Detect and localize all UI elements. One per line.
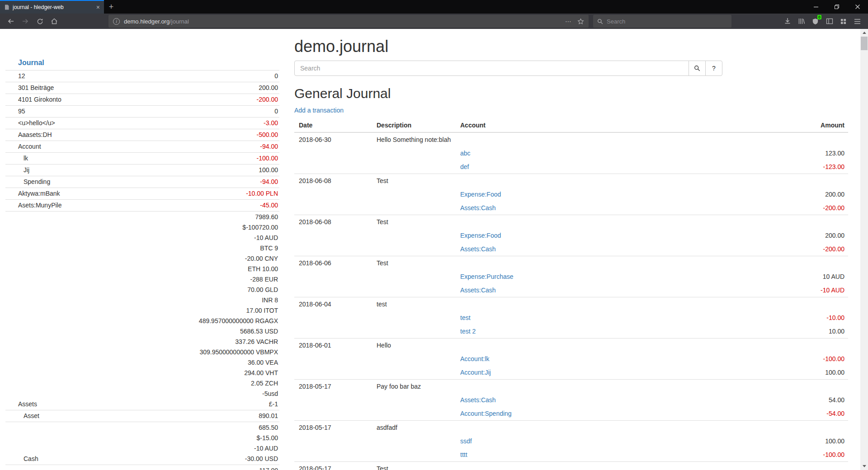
scrollbar-thumb[interactable]	[861, 37, 868, 50]
txn-date: 2018-05-17	[294, 421, 372, 435]
sidebar-balance-cell: 685.50$-15.00-10 AUD-30.00 USD	[118, 422, 279, 465]
balance-amount: -45.00	[118, 200, 278, 211]
sidebar-account-row: Aaasets:DH -500.00	[5, 129, 279, 141]
search-help-button[interactable]: ?	[705, 61, 722, 76]
browser-search-bar[interactable]	[593, 15, 731, 28]
sidebar-account-name[interactable]: Asset	[5, 410, 118, 422]
sidebar-account-name[interactable]: 301 Beiträge	[5, 82, 118, 94]
sidebar-account-name[interactable]: 95	[5, 106, 118, 118]
back-icon[interactable]	[4, 14, 18, 28]
sidebar-account-name[interactable]: <u>hello</u>	[5, 118, 118, 129]
transaction-row[interactable]: 2018-06-08 Test	[294, 215, 848, 229]
new-tab-button[interactable]: +	[104, 0, 118, 14]
balance-amount: -3.00	[118, 118, 278, 128]
posting-account-link[interactable]: tttt	[460, 451, 467, 458]
balance-amount: BTC 9	[118, 243, 278, 254]
sidebar-account-name[interactable]: 4101 Girokonto	[5, 94, 118, 106]
transaction-row[interactable]: 2018-05-17 asdfadf	[294, 421, 848, 435]
page-scrollbar[interactable]	[860, 29, 868, 470]
posting-account-link[interactable]: Account:Jij	[460, 369, 491, 376]
transaction-row[interactable]: 2018-06-04 test	[294, 297, 848, 311]
journal-search-input[interactable]	[294, 61, 689, 76]
browser-search-input[interactable]	[607, 18, 727, 25]
balance-amount: $-15.00	[118, 433, 278, 443]
browser-titlebar: journal - hledger-web × +	[0, 0, 868, 14]
txn-date: 2018-06-30	[294, 132, 372, 146]
window-close-button[interactable]	[847, 0, 868, 14]
bookmark-star-icon[interactable]	[577, 18, 584, 25]
sidebar-account-name[interactable]: Account	[5, 141, 118, 153]
sidebar-account-row: 95 0	[5, 106, 279, 118]
transaction-row[interactable]: 2018-06-06 Test	[294, 256, 848, 270]
extension-badge: 0	[817, 15, 821, 19]
sidebar-account-name[interactable]	[5, 465, 118, 470]
posting-row: tttt -100.00	[294, 448, 848, 462]
posting-row: Assets:Cash 54.00	[294, 393, 848, 407]
page-actions-icon[interactable]: ⋯	[565, 18, 571, 25]
sidebar-account-row: Assets 7989.60$-100720.00-10 AUDBTC 9-20…	[5, 212, 279, 410]
page-content: Journal 12 0 301 Beiträge 200.00 4101 Gi…	[0, 29, 868, 470]
posting-account-link[interactable]: Assets:Cash	[460, 245, 496, 253]
posting-account-link[interactable]: ssdf	[460, 437, 472, 445]
balance-amount: 200.00	[118, 83, 278, 93]
forward-icon[interactable]	[18, 14, 33, 28]
window-minimize-button[interactable]	[806, 0, 826, 14]
sidebar-account-row: Spending -94.00	[5, 176, 279, 188]
transaction-row[interactable]: 2018-05-17 Test	[294, 462, 848, 470]
sidebar-account-name[interactable]: Assets	[5, 212, 118, 410]
tab-close-icon[interactable]: ×	[96, 4, 100, 10]
posting-account-link[interactable]: test	[460, 314, 471, 321]
sidebar-account-name[interactable]: Aktywa:mBank	[5, 188, 118, 200]
menu-icon[interactable]	[850, 14, 864, 28]
posting-account-link[interactable]: Account:Spending	[460, 410, 512, 417]
site-info-icon[interactable]: i	[113, 18, 120, 25]
sidebar-account-name[interactable]: Jij	[5, 164, 118, 176]
sidebar-account-name[interactable]: Asets:MunyPile	[5, 200, 118, 212]
posting-account-link[interactable]: Expense:Purchase	[460, 273, 514, 280]
add-transaction-link[interactable]: Add a transaction	[294, 106, 344, 115]
window-restore-button[interactable]	[826, 0, 847, 14]
posting-amount: -54.00	[745, 407, 848, 421]
sidebar-account-name[interactable]: Cash	[5, 422, 118, 465]
posting-account-link[interactable]: Assets:Cash	[460, 287, 496, 294]
scroll-down-icon[interactable]	[860, 462, 868, 470]
reload-icon[interactable]	[33, 14, 47, 28]
scroll-up-icon[interactable]	[860, 29, 868, 37]
sidebar-account-name[interactable]: lk	[5, 153, 118, 164]
downloads-icon[interactable]	[780, 14, 794, 28]
sidebar-account-row: 301 Beiträge 200.00	[5, 82, 279, 94]
transaction-row[interactable]: 2018-06-01 Hello	[294, 338, 848, 352]
posting-account-link[interactable]: Account:lk	[460, 355, 490, 362]
sidebars-icon[interactable]	[822, 14, 836, 28]
posting-amount: 54.00	[745, 393, 848, 407]
posting-account-link[interactable]: Expense:Food	[460, 191, 501, 198]
sidebar-journal-link[interactable]: Journal	[5, 59, 44, 67]
sidebar-account-row: Account -94.00	[5, 141, 279, 153]
sidebar-account-name[interactable]: Spending	[5, 176, 118, 188]
transaction-row[interactable]: 2018-06-08 Test	[294, 174, 848, 188]
browser-tab[interactable]: journal - hledger-web ×	[0, 0, 104, 14]
library-icon[interactable]	[794, 14, 808, 28]
transaction-row[interactable]: 2018-05-17 Pay foo bar baz	[294, 380, 848, 394]
posting-account-link[interactable]: def	[460, 163, 469, 170]
posting-account-link[interactable]: Assets:Cash	[460, 396, 496, 404]
posting-account-link[interactable]: abc	[460, 150, 471, 157]
posting-account-link[interactable]: test 2	[460, 328, 476, 335]
url-bar[interactable]: i demo.hledger.org/journal ⋯	[108, 15, 589, 28]
adblocker-extension-icon[interactable]: 0	[808, 14, 822, 28]
sidebar-balance-cell: -94.00	[118, 176, 279, 188]
sidebar-account-name[interactable]: Aaasets:DH	[5, 129, 118, 141]
search-submit-button[interactable]	[689, 61, 706, 76]
home-icon[interactable]	[47, 14, 61, 28]
posting-amount: 100.00	[745, 366, 848, 380]
apps-grid-icon[interactable]	[836, 14, 850, 28]
balance-amount: 294.00 VHT	[118, 368, 278, 378]
sidebar-account-name[interactable]: 12	[5, 70, 118, 82]
balance-amount: -200.00	[118, 94, 278, 105]
sidebar-account-row: 12 0	[5, 70, 279, 82]
posting-account-link[interactable]: Expense:Food	[460, 232, 501, 239]
transaction-row[interactable]: 2018-06-30 Hello Something note:blah	[294, 132, 848, 146]
balance-amount: -500.00	[118, 130, 278, 140]
balance-amount: 5686.53 USD	[118, 326, 278, 337]
posting-account-link[interactable]: Assets:Cash	[460, 204, 496, 212]
